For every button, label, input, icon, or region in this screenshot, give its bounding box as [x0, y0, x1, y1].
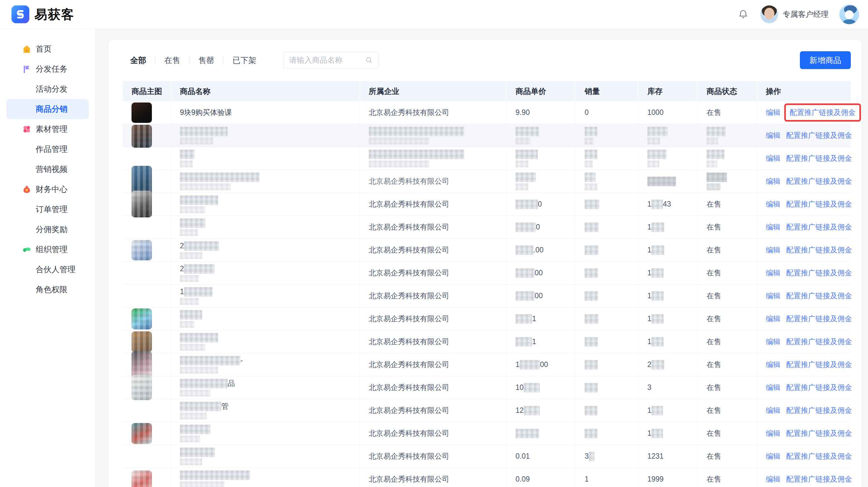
manager-avatar[interactable]	[761, 5, 778, 23]
edit-link[interactable]: 编辑	[766, 337, 780, 347]
stock-cell: 1	[639, 216, 698, 238]
edit-link[interactable]: 编辑	[766, 154, 780, 163]
cell-text: 在售	[707, 405, 721, 415]
sidebar-item-label: 素材管理	[36, 124, 67, 134]
product-name-cell	[171, 330, 360, 353]
edit-link[interactable]: 编辑	[766, 245, 780, 255]
edit-link[interactable]: 编辑	[766, 474, 780, 484]
blurred-data	[585, 337, 598, 347]
edit-link[interactable]: 编辑	[766, 268, 780, 278]
blurred-data	[585, 383, 598, 392]
sidebar-item-12[interactable]: 合伙人管理	[6, 259, 89, 280]
tab-1[interactable]: 全部	[130, 55, 155, 66]
sidebar-item-3[interactable]: 活动分发	[6, 79, 89, 99]
edit-link[interactable]: 编辑	[766, 130, 780, 140]
company-cell: 北京易企秀科技有限公司	[360, 307, 506, 330]
sidebar-item-11[interactable]: 组织管理	[6, 239, 89, 259]
cell-text: 北京易企秀科技有限公司	[369, 291, 449, 301]
product-thumbnail	[131, 309, 152, 329]
top-header: 易获客 专属客户经理	[0, 0, 868, 29]
product-thumbnail	[131, 351, 152, 378]
stock-cell: 1	[639, 285, 698, 307]
tab-3[interactable]: 售罄	[189, 55, 223, 66]
edit-link[interactable]: 编辑	[766, 291, 780, 301]
blurred-data	[184, 287, 213, 297]
sidebar-item-7[interactable]: 营销视频	[6, 159, 89, 179]
notification-bell-icon[interactable]	[737, 8, 749, 21]
company-cell: 北京易企秀科技有限公司	[360, 422, 506, 445]
edit-link[interactable]: 编辑	[766, 222, 780, 232]
sidebar-item-6[interactable]: 作品管理	[6, 139, 89, 159]
config-promo-link[interactable]: 配置推广链接及佣金	[786, 199, 852, 209]
edit-link[interactable]: 编辑	[766, 107, 780, 118]
customer-service-avatar[interactable]	[839, 4, 859, 24]
config-promo-link[interactable]: 配置推广链接及佣金	[790, 108, 856, 117]
config-promo-link[interactable]: 配置推广链接及佣金	[786, 474, 852, 484]
sidebar-item-label: 订单管理	[36, 204, 67, 215]
sidebar-nav: 首页分发任务活动分发商品分销素材管理作品管理营销视频¥财务中心订单管理分佣奖励组…	[0, 29, 95, 487]
config-promo-link[interactable]: 配置推广链接及佣金	[786, 405, 852, 415]
config-promo-link[interactable]: 配置推广链接及佣金	[786, 268, 852, 278]
config-promo-link[interactable]: 配置推广链接及佣金	[786, 360, 852, 369]
sales-cell	[576, 330, 639, 353]
edit-link[interactable]: 编辑	[766, 383, 780, 392]
config-promo-link[interactable]: 配置推广链接及佣金	[786, 176, 852, 186]
cell-fragment: 1	[647, 406, 651, 415]
edit-link[interactable]: 编辑	[766, 428, 780, 438]
edit-link[interactable]: 编辑	[766, 199, 780, 209]
edit-link[interactable]: 编辑	[766, 314, 780, 324]
blurred-data	[516, 183, 528, 190]
company-cell	[360, 147, 506, 170]
search-input[interactable]	[288, 55, 365, 65]
cell-text: 北京易企秀科技有限公司	[369, 199, 449, 209]
sidebar-item-1[interactable]: 首页	[6, 39, 89, 59]
table-row: 9块9购买体验课北京易企秀科技有限公司9.9001000在售编辑配置推广链接及佣…	[123, 101, 851, 124]
cell-fragment: 1	[532, 337, 536, 346]
config-promo-link[interactable]: 配置推广链接及佣金	[786, 383, 852, 392]
cell-text: 0.01	[516, 452, 530, 461]
cell-fragment: 2	[180, 264, 184, 273]
sidebar-item-10[interactable]: 分佣奖励	[6, 219, 89, 239]
sidebar-item-2[interactable]: 分发任务	[6, 59, 89, 79]
config-promo-link[interactable]: 配置推广链接及佣金	[786, 314, 852, 324]
edit-link[interactable]: 编辑	[766, 360, 780, 369]
edit-link[interactable]: 编辑	[766, 451, 780, 461]
config-promo-link[interactable]: 配置推广链接及佣金	[786, 130, 852, 140]
search-icon	[365, 56, 373, 64]
product-image-cell	[123, 193, 171, 216]
sidebar-item-label: 组织管理	[36, 244, 67, 255]
config-promo-link[interactable]: 配置推广链接及佣金	[786, 451, 852, 461]
cell-text: 9.90	[516, 108, 530, 117]
product-image-cell	[123, 399, 171, 422]
sidebar-item-label: 营销视频	[36, 164, 67, 174]
edit-link[interactable]: 编辑	[766, 405, 780, 415]
status-cell: 在售	[698, 376, 757, 399]
sidebar-item-4[interactable]: 商品分销	[6, 99, 89, 119]
config-promo-link[interactable]: 配置推广链接及佣金	[786, 337, 852, 347]
tab-2[interactable]: 在售	[155, 55, 189, 66]
table-row: 编辑配置推广链接及佣金	[123, 124, 851, 147]
config-promo-link[interactable]: 配置推广链接及佣金	[786, 428, 852, 438]
sidebar-item-label: 角色权限	[36, 284, 67, 295]
sidebar-item-5[interactable]: 素材管理	[6, 119, 89, 139]
tab-4[interactable]: 已下架	[223, 55, 265, 66]
actions-cell: 编辑配置推广链接及佣金	[757, 353, 851, 376]
config-promo-link[interactable]: 配置推广链接及佣金	[786, 291, 852, 301]
cell-text: 3	[647, 383, 651, 392]
cell-fragment: 1	[516, 360, 520, 369]
config-promo-link[interactable]: 配置推广链接及佣金	[786, 154, 852, 163]
stock-cell: 1	[639, 307, 698, 330]
config-promo-link[interactable]: 配置推广链接及佣金	[786, 245, 852, 255]
app-logo-icon	[11, 5, 29, 23]
product-search-box[interactable]	[283, 52, 379, 69]
product-image-cell	[123, 330, 171, 353]
add-product-button[interactable]: 新增商品	[800, 51, 851, 69]
sidebar-item-9[interactable]: 订单管理	[6, 199, 89, 219]
actions-cell: 编辑配置推广链接及佣金	[757, 376, 851, 399]
sidebar-item-8[interactable]: ¥财务中心	[6, 179, 89, 199]
sidebar-item-13[interactable]: 角色权限	[6, 280, 89, 299]
config-promo-link[interactable]: 配置推广链接及佣金	[786, 222, 852, 232]
blurred-data	[180, 275, 199, 282]
edit-link[interactable]: 编辑	[766, 176, 780, 186]
blurred-data	[180, 356, 240, 365]
